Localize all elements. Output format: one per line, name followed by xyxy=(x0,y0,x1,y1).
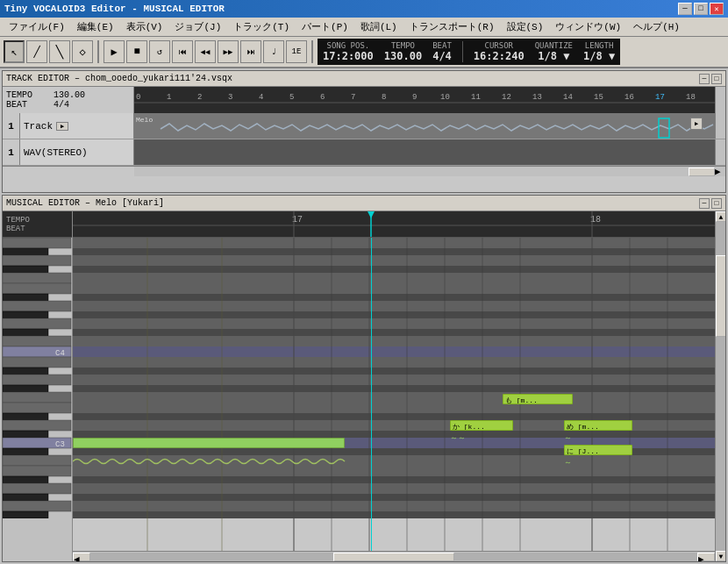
svg-rect-71 xyxy=(73,273,715,283)
menu-settings[interactable]: 設定(S) xyxy=(502,19,549,34)
menu-bar: ファイル(F) 編集(E) 表示(V) ジョブ(J) トラック(T) パート(P… xyxy=(0,18,728,37)
piano-keys-panel: TEMPO BEAT xyxy=(3,211,73,561)
pr-cursor-line xyxy=(371,238,372,551)
svg-rect-48 xyxy=(3,448,48,455)
h-scroll-spacer xyxy=(3,167,134,176)
pr-v-scroll-thumb[interactable] xyxy=(716,255,725,338)
track-editor-minimize[interactable]: ─ xyxy=(699,74,710,84)
v-scroll-top xyxy=(715,87,725,113)
song-pos-label: SONG POS. xyxy=(327,41,370,50)
svg-text:15: 15 xyxy=(594,93,603,102)
svg-rect-41 xyxy=(3,392,71,403)
svg-text:3: 3 xyxy=(228,93,232,102)
toolbar: ↖ ╱ ╲ ◇ ▶ ■ ↺ ⏮ ◀◀ ▶▶ ⏭ ♩ 1E SONG POS. 1… xyxy=(0,37,728,68)
svg-rect-84 xyxy=(73,392,715,403)
pr-v-scrollbar[interactable]: ▲ ▼ xyxy=(715,211,725,561)
svg-text:C3: C3 xyxy=(55,440,65,449)
note-c3-long[interactable] xyxy=(73,438,345,448)
tool-rewind[interactable]: ◀◀ xyxy=(195,40,216,63)
note-ka[interactable]: か [k... xyxy=(450,420,513,431)
tool-1e[interactable]: 1E xyxy=(286,40,307,63)
menu-help[interactable]: ヘルプ(H) xyxy=(628,19,685,34)
menu-transport[interactable]: トランスポート(R) xyxy=(404,19,500,34)
svg-rect-26 xyxy=(3,266,48,273)
svg-rect-52 xyxy=(3,483,71,494)
menu-view[interactable]: 表示(V) xyxy=(121,19,168,34)
menu-window[interactable]: ウィンドウ(W) xyxy=(550,19,626,34)
svg-rect-24 xyxy=(3,248,48,255)
pr-v-scroll-down[interactable]: ▼ xyxy=(716,551,725,561)
svg-rect-51 xyxy=(3,476,48,483)
minimize-button[interactable]: ─ xyxy=(678,3,692,15)
timeline-svg: 0 1 2 3 4 5 6 7 8 9 10 11 12 13 xyxy=(134,89,715,113)
tool-note[interactable]: ♩ xyxy=(263,40,284,63)
pr-v-scroll-up[interactable]: ▲ xyxy=(716,211,725,222)
close-button[interactable]: ✕ xyxy=(710,3,724,15)
musical-editor-maximize[interactable]: □ xyxy=(711,198,722,209)
svg-rect-83 xyxy=(73,385,715,392)
svg-rect-30 xyxy=(3,301,71,311)
svg-rect-77 xyxy=(73,329,715,336)
track-editor-maximize[interactable]: □ xyxy=(711,74,722,84)
svg-text:4: 4 xyxy=(259,93,263,102)
pr-grid-body[interactable]: も [m... か [k... め [m... に [J... ～～ ～ ～ xyxy=(73,238,715,551)
musical-editor-minimize[interactable]: ─ xyxy=(699,198,710,209)
svg-text:0: 0 xyxy=(136,93,140,102)
note-me[interactable]: め [m... xyxy=(564,420,632,431)
musical-editor-title-bar: MUSICAL EDITOR – Melo [Yukari] ─ □ xyxy=(3,196,725,211)
tool-end[interactable]: ⏭ xyxy=(240,40,261,63)
menu-edit[interactable]: 編集(E) xyxy=(72,19,119,34)
tool-eraser[interactable]: ◇ xyxy=(72,40,93,63)
maximize-button[interactable]: □ xyxy=(694,3,708,15)
menu-track[interactable]: トラック(T) xyxy=(228,19,295,34)
menu-file[interactable]: ファイル(F) xyxy=(4,19,70,34)
svg-rect-75 xyxy=(73,311,715,318)
h-scroll-right-btn[interactable]: ▶ xyxy=(715,166,725,177)
svg-text:16: 16 xyxy=(625,93,634,102)
pr-v-scroll-track[interactable] xyxy=(716,222,725,551)
note-mo[interactable]: も [m... xyxy=(503,394,573,404)
pr-h-scroll-thumb[interactable] xyxy=(333,553,454,561)
svg-rect-42 xyxy=(3,403,71,413)
pr-h-scroll-right[interactable]: ▶ xyxy=(697,553,715,561)
pr-h-scroll-left[interactable]: ◀ xyxy=(73,553,90,561)
tool-line[interactable]: ╲ xyxy=(49,40,70,63)
h-scroll-track[interactable]: ▶ xyxy=(134,167,725,176)
piano-header: TEMPO BEAT xyxy=(3,211,72,238)
svg-rect-85 xyxy=(73,403,715,413)
svg-rect-76 xyxy=(73,318,715,329)
length-group: LENGTH 1/8 ▼ xyxy=(583,41,615,62)
menu-job[interactable]: ジョブ(J) xyxy=(169,19,226,34)
beat-value: 4/4 xyxy=(432,50,452,62)
tool-play[interactable]: ▶ xyxy=(103,40,125,63)
tool-loop[interactable]: ↺ xyxy=(149,40,170,63)
cursor-value: 16:2:240 xyxy=(474,50,525,62)
svg-rect-38 xyxy=(3,368,48,375)
track-1-play-btn[interactable]: ▶ xyxy=(690,118,703,130)
svg-rect-29 xyxy=(3,294,48,301)
svg-text:1: 1 xyxy=(167,93,171,102)
track-editor-panel: TRACK EDITOR – chom_ooedo_yukari111'24.v… xyxy=(2,70,726,193)
pr-h-scroll-track[interactable] xyxy=(90,553,697,561)
svg-text:C4: C4 xyxy=(55,349,65,358)
svg-rect-82 xyxy=(73,375,715,385)
track-1-mute-btn[interactable]: ▶ xyxy=(56,122,68,131)
track-row-wav: 1 WAV(STEREO) xyxy=(3,139,725,166)
pr-timeline-header: 17 18 xyxy=(73,211,715,238)
svg-rect-40 xyxy=(3,385,48,392)
tool-rewind-start[interactable]: ⏮ xyxy=(172,40,193,63)
beat-row: BEAT 4/4 xyxy=(6,100,130,110)
track-h-scrollbar: ▶ xyxy=(3,166,725,176)
piano-roll-area[interactable]: 17 18 xyxy=(73,211,715,561)
tool-fastforward[interactable]: ▶▶ xyxy=(218,40,239,63)
menu-part[interactable]: パート(P) xyxy=(296,19,353,34)
h-scroll-thumb[interactable] xyxy=(689,168,715,176)
svg-rect-49 xyxy=(3,455,71,466)
tool-stop[interactable]: ■ xyxy=(126,40,147,63)
tool-pencil[interactable]: ╱ xyxy=(26,40,47,63)
pr-h-scrollbar[interactable]: ◀ ▶ xyxy=(73,551,715,561)
timeline-num-container: 0 1 2 3 4 5 6 7 8 9 10 11 12 13 xyxy=(134,87,715,113)
length-value: 1/8 ▼ xyxy=(583,50,615,62)
menu-lyrics[interactable]: 歌詞(L) xyxy=(355,19,403,34)
tool-select[interactable]: ↖ xyxy=(4,40,25,63)
